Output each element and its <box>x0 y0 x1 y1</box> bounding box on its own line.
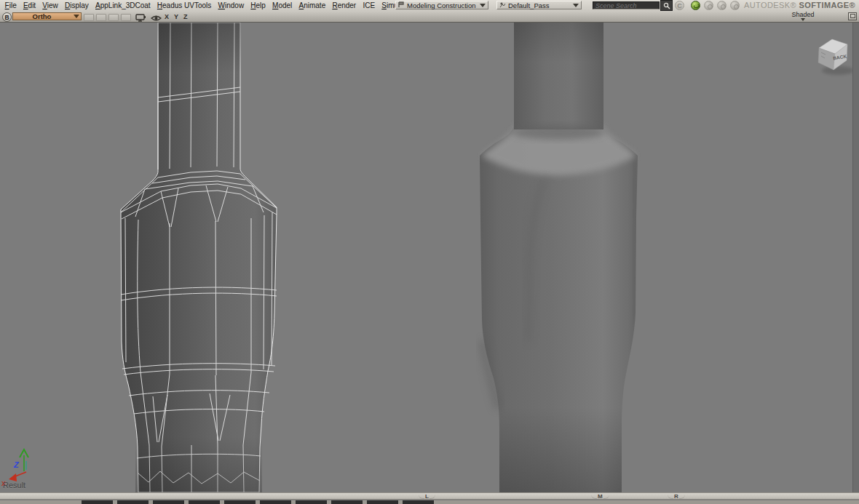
wireframe-model[interactable] <box>121 23 277 492</box>
viewport-letter-button[interactable]: B <box>2 12 12 22</box>
clipped-button-8[interactable] <box>331 500 363 504</box>
menu-item-model[interactable]: Model <box>269 1 295 11</box>
mouse-hint-middle: M <box>598 493 603 500</box>
memo-cam-slots <box>84 14 131 21</box>
mouse-hint-left: L <box>425 493 429 500</box>
mouse-hint-bar: L M R <box>0 492 859 500</box>
chevron-down-icon <box>573 4 579 7</box>
menu-item-file[interactable]: File <box>1 1 20 11</box>
construction-mode-dropdown[interactable]: Modeling Construction Mode <box>395 1 488 9</box>
menu-item-headus-uvtools[interactable]: Headus UVTools <box>154 1 215 11</box>
chevron-down-icon <box>74 15 79 18</box>
axis-button-z[interactable]: Z <box>183 13 188 20</box>
clipped-button-10[interactable] <box>403 500 434 504</box>
memo-cam-slot-1[interactable] <box>84 14 94 21</box>
menu-item-ice[interactable]: ICE <box>360 1 379 11</box>
camera-view-label: Ortho <box>13 12 71 20</box>
viewport-toolbar: B Ortho XYZ Shaded <box>0 11 859 23</box>
render-pass-dropdown[interactable]: Default_Pass <box>496 1 582 9</box>
display-mode-dropdown[interactable]: Shaded <box>785 12 821 21</box>
scene-search-input[interactable] <box>593 1 660 9</box>
display-mode-label: Shaded <box>791 11 814 18</box>
view-cube[interactable]: BACK <box>818 39 854 75</box>
memo-cam-slot-2[interactable] <box>96 14 106 21</box>
clear-search-badge[interactable]: C <box>675 1 684 10</box>
construction-mode-indicator: Result <box>3 481 25 489</box>
mouse-hint-right: R <box>674 493 678 500</box>
viewport-right-edge <box>852 23 859 492</box>
clipped-button-7[interactable] <box>296 500 327 504</box>
search-magnifier-icon[interactable] <box>660 0 673 11</box>
chevron-down-icon <box>480 4 486 7</box>
clipped-button-1[interactable] <box>82 500 113 504</box>
memo-cam-slot-3[interactable] <box>108 14 119 21</box>
menu-item-edit[interactable]: Edit <box>20 1 39 11</box>
chevron-down-icon <box>801 18 805 21</box>
menu-item-view[interactable]: View <box>39 1 62 11</box>
menu-item-help[interactable]: Help <box>248 1 269 11</box>
creature-badge-icon[interactable] <box>691 1 700 10</box>
clipped-button-6[interactable] <box>260 500 291 504</box>
camera-view-dropdown[interactable]: Ortho <box>12 12 82 20</box>
viewport-canvas[interactable]: BACK Z X Result <box>0 23 859 492</box>
menu-item-render[interactable]: Render <box>329 1 360 11</box>
axis-button-x[interactable]: X <box>165 13 169 20</box>
z-axis-label: Z <box>13 460 20 469</box>
autodesk-softimage-logo: AUTODESK® SOFTIMAGE® <box>744 1 855 9</box>
memo-cam-slot-4[interactable] <box>121 14 131 21</box>
brand-autodesk: AUTODESK® <box>744 1 796 9</box>
menu-item-animate[interactable]: Animate <box>296 1 329 11</box>
mask-badge-icon[interactable] <box>717 1 727 10</box>
axis-button-y[interactable]: Y <box>174 13 178 20</box>
bottom-button-strip <box>0 500 859 504</box>
construction-mode-label: Modeling Construction Mode <box>405 1 477 9</box>
viewport-maximize-button[interactable] <box>848 12 857 20</box>
menu-item-window[interactable]: Window <box>215 1 248 11</box>
clipped-button-4[interactable] <box>189 500 220 504</box>
brand-softimage: SOFTIMAGE® <box>799 1 856 9</box>
menubar: FileEditViewDisplayAppLink_3DCoatHeadus … <box>0 0 859 12</box>
wireframe-top-shading <box>157 23 241 73</box>
clone-badge-icon[interactable] <box>730 1 740 10</box>
shaded-bottom-shading <box>499 407 622 492</box>
construction-flag-icon <box>398 1 405 9</box>
clipped-button-9[interactable] <box>367 500 398 504</box>
shaded-model[interactable] <box>480 23 638 492</box>
wireframe-bottom-shading <box>135 436 262 492</box>
axis-buttons: XYZ <box>165 13 188 20</box>
clipped-button-2[interactable] <box>117 500 149 504</box>
status-icons <box>691 1 740 10</box>
scene-search: C <box>593 1 684 10</box>
clipped-button-3[interactable] <box>153 500 184 504</box>
menu-item-display[interactable]: Display <box>61 1 92 11</box>
menu-item-applink-3dcoat[interactable]: AppLink_3DCoat <box>92 1 154 11</box>
softimage-window: FileEditViewDisplayAppLink_3DCoatHeadus … <box>0 0 859 504</box>
face-badge-icon[interactable] <box>704 1 713 10</box>
clipped-button-5[interactable] <box>224 500 256 504</box>
pass-icon <box>499 1 506 9</box>
shaded-top-shading <box>514 23 603 63</box>
viewport-scene: BACK Z X <box>0 23 859 492</box>
pass-label: Default_Pass <box>506 1 570 9</box>
